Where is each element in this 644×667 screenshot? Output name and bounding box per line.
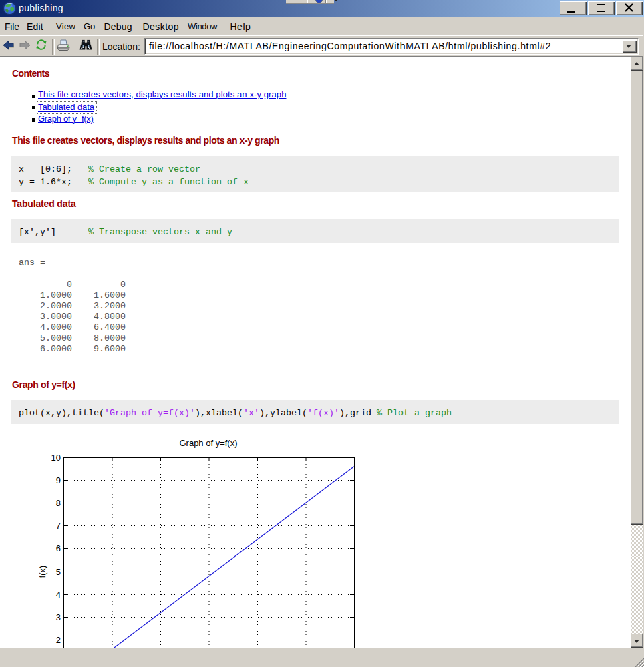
svg-text:6: 6 [56,543,61,553]
svg-text:8: 8 [56,498,61,508]
svg-text:4: 4 [56,590,61,600]
svg-text:f(x): f(x) [37,566,47,578]
svg-text:5: 5 [56,567,61,577]
svg-text:2: 2 [56,635,61,645]
svg-text:10: 10 [51,453,61,463]
svg-text:7: 7 [56,521,61,531]
svg-text:9: 9 [56,475,61,485]
svg-text:Graph of y=f(x): Graph of y=f(x) [179,438,237,448]
svg-text:3: 3 [56,612,61,622]
